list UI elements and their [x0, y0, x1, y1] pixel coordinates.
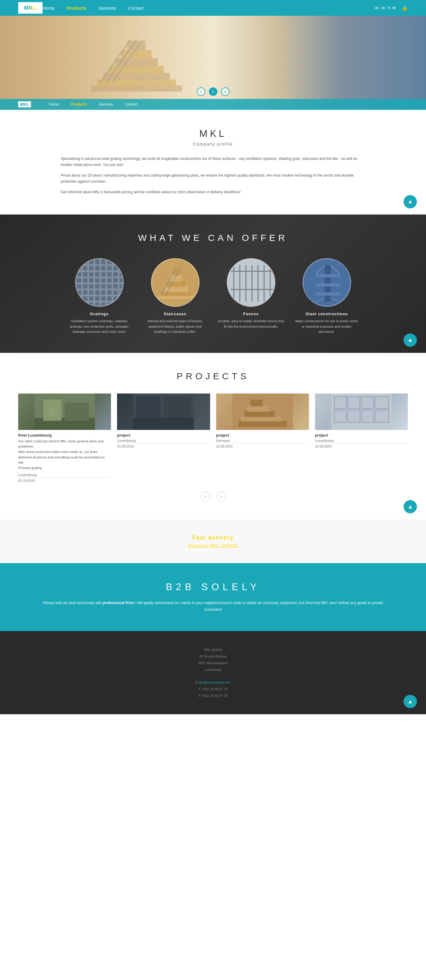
fast-delivery-label: Fast delivery	[15, 535, 411, 541]
offer-card-staircases-title: Staircases	[142, 312, 209, 316]
nav-home[interactable]: Home	[43, 5, 55, 11]
nav-services[interactable]: Services	[98, 5, 116, 11]
project-title-post-lux: Post Luxembourg	[18, 433, 111, 438]
offer-content: WHAT WE CAN OFFER	[18, 233, 408, 335]
project-img-svg-post-lux	[18, 393, 111, 430]
footer-phone: T +352 26 90 97 76	[18, 686, 408, 692]
project-img-svg-4	[315, 393, 408, 430]
project-img-svg-2	[117, 393, 210, 430]
footer-info: MKL-grating 28 Gruuss-Strooss 9991 Weisw…	[18, 646, 408, 673]
project-date-post-lux: 02.10.2015	[18, 477, 111, 482]
steel-img	[304, 259, 351, 307]
offer-card-gratings-title: Gratings	[66, 312, 133, 316]
offer-card-steel-desc: Major constructions for use in public wo…	[293, 318, 360, 335]
offer-card-fences: Fences Durable, easy to install, aesthet…	[218, 258, 284, 335]
footer-company: MKL-grating	[18, 646, 408, 653]
hero-nav-services[interactable]: Services	[99, 102, 113, 107]
nav-logo[interactable]: MKL	[18, 2, 43, 14]
svg-rect-29	[167, 281, 185, 287]
projects-section: PROJECTS Post Luxembourg Our client coul…	[0, 353, 426, 520]
slide-dot-3[interactable]: 3	[221, 88, 230, 96]
svg-rect-48	[316, 293, 340, 296]
svg-rect-75	[361, 410, 374, 422]
offer-card-gratings-desc: Ventilation system coverings, walkway gr…	[66, 318, 133, 335]
offer-card-steel: Steel constructions Major constructions …	[293, 258, 360, 335]
project-location-4: Luxembourg	[315, 439, 408, 442]
company-para-3: Get informed about MKL's favourable pric…	[61, 189, 365, 195]
nav-products[interactable]: Products	[67, 5, 86, 11]
hero-nav-products[interactable]: Products	[71, 102, 87, 107]
offer-card-staircases-desc: Internal and external stairs of houses, …	[142, 318, 209, 335]
project-img-3	[216, 393, 309, 430]
svg-rect-66	[247, 406, 269, 412]
svg-rect-72	[375, 396, 389, 409]
footer-address-2: 9991 Weiswampach	[18, 660, 408, 666]
svg-rect-67	[250, 399, 263, 406]
project-location-2: Luxembourg	[117, 439, 210, 442]
hero-nav-contact[interactable]: Contact	[125, 102, 137, 107]
logo-text: MKL	[24, 5, 37, 11]
lang-en[interactable]: en	[382, 6, 385, 10]
project-date-4: 14.08.2015	[315, 443, 408, 448]
offer-circle-gratings	[75, 258, 124, 307]
nav-language-switcher: de en fr nl	[375, 6, 396, 10]
offer-section: WHAT WE CAN OFFER	[0, 215, 426, 353]
offer-title: WHAT WE CAN OFFER	[18, 233, 408, 243]
project-img-post-lux	[18, 393, 111, 430]
hero-overlay-nav: MKL Home Products Services Contact	[0, 99, 426, 110]
offer-scroll-top-button[interactable]: ▲	[404, 333, 417, 347]
hero-slider: 1 2 3 MKL Home Products Services Contact	[0, 16, 426, 110]
projects-scroll-top-button[interactable]: ▲	[404, 500, 417, 513]
svg-rect-47	[316, 283, 340, 286]
offer-circle-steel	[302, 258, 351, 307]
svg-rect-73	[334, 410, 346, 422]
svg-rect-71	[361, 396, 374, 409]
footer-email-label: E	[195, 681, 197, 684]
slide-dot-2[interactable]: 2	[209, 88, 217, 96]
footer-scroll-top-button[interactable]: ▲	[404, 695, 417, 708]
offer-card-fences-title: Fences	[218, 312, 284, 316]
lang-fr[interactable]: fr	[388, 6, 390, 10]
projects-title: PROJECTS	[18, 371, 408, 381]
footer-fax: F +352 26 90 97 78	[18, 692, 408, 699]
footer: MKL-grating 28 Gruuss-Strooss 9991 Weisw…	[0, 631, 426, 714]
svg-rect-74	[348, 410, 360, 422]
project-next-button[interactable]: ›	[216, 492, 226, 501]
project-title-3: project	[216, 433, 309, 438]
project-img-2	[117, 393, 210, 430]
lang-nl[interactable]: nl	[392, 6, 396, 10]
project-location-post-lux: Luxembourg	[18, 473, 111, 477]
lock-icon[interactable]: 🔒	[402, 5, 408, 11]
project-pagination: ‹ ›	[18, 492, 408, 501]
footer-email-link[interactable]: info@mkl-grating.com	[198, 681, 231, 684]
svg-rect-56	[65, 402, 89, 421]
svg-rect-1	[97, 80, 176, 86]
footer-address-1: 28 Gruuss-Strooss	[18, 653, 408, 660]
svg-rect-2	[103, 73, 170, 80]
fast-delivery-discover-link[interactable]: Discover MKL SPEED	[15, 543, 411, 548]
offer-circle-staircases	[151, 258, 200, 307]
svg-rect-64	[241, 416, 281, 422]
offer-circle-fences	[227, 258, 275, 307]
project-card-post-lux: Post Luxembourg Our client could just se…	[18, 393, 111, 483]
project-prev-button[interactable]: ‹	[200, 492, 210, 501]
lang-de[interactable]: de	[375, 6, 379, 10]
svg-rect-65	[244, 411, 275, 417]
nav-contact[interactable]: Contact	[128, 5, 144, 11]
staircases-img	[152, 259, 200, 307]
staircase-svg	[61, 19, 212, 104]
footer-contact: E info@mkl-grating.com T +352 26 90 97 7…	[18, 679, 408, 699]
slide-dot-1[interactable]: 1	[197, 88, 205, 96]
project-img-svg-3	[216, 393, 309, 430]
company-scroll-top-button[interactable]: ▲	[404, 195, 417, 208]
offer-card-steel-title: Steel constructions	[293, 312, 360, 316]
offer-card-staircases: Staircases Internal and external stairs …	[142, 258, 209, 335]
b2b-title: B2B SOLELY	[36, 581, 390, 593]
svg-rect-27	[161, 291, 191, 296]
fences-img	[228, 259, 275, 307]
offer-card-fences-desc: Durable, easy to install, aesthetic fenc…	[218, 318, 284, 329]
company-title: MKL	[61, 128, 365, 139]
fast-delivery-section: Fast delivery Discover MKL SPEED	[0, 519, 426, 563]
project-card-2: project Luxembourg 21.08.2015	[117, 393, 210, 483]
hero-nav-home[interactable]: Home	[49, 102, 59, 107]
